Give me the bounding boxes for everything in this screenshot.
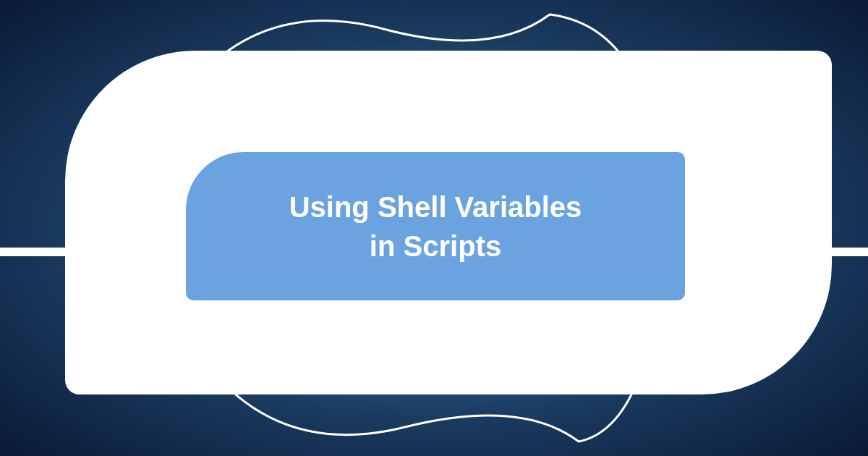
title-line-1: Using Shell Variables: [289, 191, 582, 223]
title-line-2: in Scripts: [370, 230, 501, 262]
page-title: Using Shell Variables in Scripts: [289, 187, 582, 266]
inner-card-shape: Using Shell Variables in Scripts: [186, 152, 685, 300]
decorative-wave-bottom: [203, 362, 637, 456]
decorative-wave-top: [203, 0, 637, 94]
